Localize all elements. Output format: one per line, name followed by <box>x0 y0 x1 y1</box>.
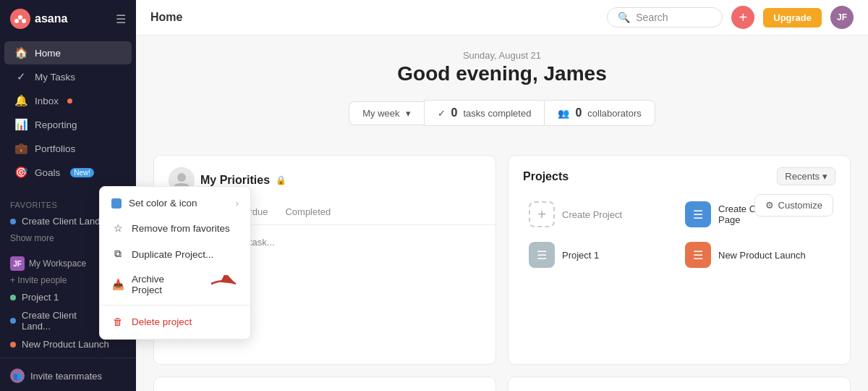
upgrade-button[interactable]: Upgrade <box>763 8 822 28</box>
sidebar-toggle-icon[interactable]: ☰ <box>116 12 126 26</box>
sidebar-item-reporting[interactable]: 📊 Reporting <box>4 113 132 136</box>
archive-label: Archive Project <box>132 274 197 295</box>
context-menu-item-remove-favorites[interactable]: ☆ Remove from favorites <box>100 215 250 241</box>
search-box[interactable]: 🔍 Search <box>607 7 723 28</box>
project1-label: Project 1 <box>562 250 599 261</box>
tasks-completed-widget: ✓ 0 tasks completed <box>424 100 545 126</box>
workspace-avatar: JF <box>10 256 25 271</box>
project-item-project1[interactable]: ☰ Project 1 <box>523 235 679 275</box>
star-icon: ☆ <box>111 222 124 235</box>
sidebar-item-label: Reporting <box>35 119 77 130</box>
dot-icon <box>10 295 16 300</box>
sidebar-item-home[interactable]: 🏠 Home <box>4 41 132 64</box>
context-menu-item-delete[interactable]: 🗑 Delete project <box>100 308 250 335</box>
sidebar-item-label: Goals <box>35 167 60 178</box>
invite-icon: 👥 <box>10 369 25 383</box>
collaborators-widget: 👥 0 collaborators <box>544 100 655 126</box>
stats-area: My week ▾ ✓ 0 tasks completed 👥 0 collab… <box>153 100 851 140</box>
workspace-title: My Workspace <box>29 258 86 269</box>
dot-icon <box>10 219 16 224</box>
sidebar-nav: 🏠 Home ✓ My Tasks 🔔 Inbox 📊 Reporting 💼 … <box>0 38 136 188</box>
asana-logo[interactable]: asana <box>10 9 67 29</box>
context-menu-item-archive[interactable]: 📥 Archive Project <box>100 267 250 302</box>
context-menu: Set color & icon › ☆ Remove from favorit… <box>99 186 251 340</box>
project-list-icon: ☰ <box>685 201 711 227</box>
duplicate-icon: ⧉ <box>111 248 124 261</box>
user-avatar[interactable]: JF <box>830 6 854 29</box>
sidebar-item-label: Home <box>35 48 61 59</box>
dot-icon <box>10 342 16 348</box>
goals-icon: 🎯 <box>14 166 27 179</box>
delete-icon: 🗑 <box>111 315 124 328</box>
page-title: Home <box>150 11 598 24</box>
stats-bar: My week ▾ ✓ 0 tasks completed 👥 0 collab… <box>349 100 655 126</box>
people-icon: 👥 <box>558 108 569 119</box>
check-icon: ✓ <box>438 108 446 119</box>
customize-button[interactable]: ⚙ Customize <box>754 194 833 216</box>
context-menu-item-duplicate[interactable]: ⧉ Duplicate Project... <box>100 241 250 267</box>
sidebar-item-portfolios[interactable]: 💼 Portfolios <box>4 137 132 160</box>
priorities-title: My Priorities <box>200 174 270 187</box>
tab-completed[interactable]: Completed <box>276 201 339 224</box>
chevron-right-icon: › <box>236 198 239 209</box>
logo-icon <box>10 9 30 29</box>
menu-divider <box>100 305 250 306</box>
milestones-panel: Milestones <box>153 377 496 391</box>
tasks-label: tasks completed <box>463 108 531 119</box>
dot-icon <box>10 318 16 324</box>
favorites-item-label: Create Client Land... <box>22 216 108 227</box>
sidebar-header: asana ☰ <box>0 0 136 38</box>
project-list-icon: ☰ <box>685 242 711 268</box>
search-icon: 🔍 <box>618 12 630 23</box>
week-label: My week <box>362 108 399 119</box>
color-swatch-icon <box>111 198 122 209</box>
chevron-down-icon: ▾ <box>406 108 411 119</box>
archive-icon: 📥 <box>111 278 124 291</box>
sidebar-item-label: Inbox <box>35 96 59 106</box>
topbar: Home 🔍 Search + Upgrade JF <box>136 0 868 35</box>
workspace-item-label: Project 1 <box>22 292 59 303</box>
sidebar-item-goals[interactable]: 🎯 Goals New! <box>4 161 132 184</box>
context-menu-item-color-icon[interactable]: Set color & icon › <box>100 191 250 215</box>
inbox-icon: 🔔 <box>14 94 27 107</box>
inbox-badge <box>67 98 72 104</box>
remove-favorites-label: Remove from favorites <box>132 223 230 234</box>
recents-dropdown[interactable]: Recents ▾ <box>777 167 835 185</box>
sidebar-item-inbox[interactable]: 🔔 Inbox <box>4 89 132 112</box>
sidebar-bottom: 👥 Invite teammates ❓ Help & getting star… <box>0 358 136 391</box>
workspace-item-label: Create Client Land... <box>22 310 108 332</box>
project-item-new-product[interactable]: ☰ New Product Launch <box>679 235 835 275</box>
portfolios-icon: 💼 <box>14 142 27 155</box>
workspace-item-label: New Product Launch <box>22 339 109 350</box>
sidebar-item-label: Portfolios <box>35 143 75 154</box>
svg-point-0 <box>18 15 22 20</box>
chevron-down-icon: ▾ <box>822 171 827 182</box>
add-button[interactable]: + <box>731 6 754 29</box>
reporting-icon: 📊 <box>14 118 27 131</box>
help-getting-started-button[interactable]: ❓ Help & getting started <box>0 387 136 391</box>
week-selector[interactable]: My week ▾ <box>349 101 423 125</box>
add-project-icon: + <box>529 201 555 227</box>
goals-new-badge: New! <box>70 168 94 177</box>
delete-label: Delete project <box>132 316 192 327</box>
arrow-indicator <box>210 275 239 295</box>
greeting-section: Sunday, August 21 Good evening, James <box>153 50 851 85</box>
home-icon: 🏠 <box>14 46 27 59</box>
lock-icon: 🔒 <box>276 175 286 185</box>
top-panels-row: My Priorities 🔒 Upcoming Overdue Complet… <box>153 155 851 365</box>
sidebar-item-tasks[interactable]: ✓ My Tasks <box>4 65 132 88</box>
tasks-icon: ✓ <box>14 70 27 83</box>
project-item-create[interactable]: + Create Project <box>523 194 679 235</box>
sidebar-item-label: My Tasks <box>35 72 75 83</box>
svg-point-1 <box>14 19 19 23</box>
projects-title: Projects <box>523 170 569 183</box>
invite-teammates-button[interactable]: 👥 Invite teammates <box>0 364 136 387</box>
recents-label: Recents <box>785 171 820 182</box>
project-list-icon: ☰ <box>529 242 555 268</box>
greeting-date: Sunday, August 21 <box>153 50 851 61</box>
projects-header: Projects Recents ▾ <box>509 156 850 194</box>
color-icon-label: Set color & icon <box>129 198 197 209</box>
project-create-label: Create Project <box>562 209 622 220</box>
svg-point-4 <box>177 173 186 182</box>
logo-text: asana <box>35 12 67 25</box>
